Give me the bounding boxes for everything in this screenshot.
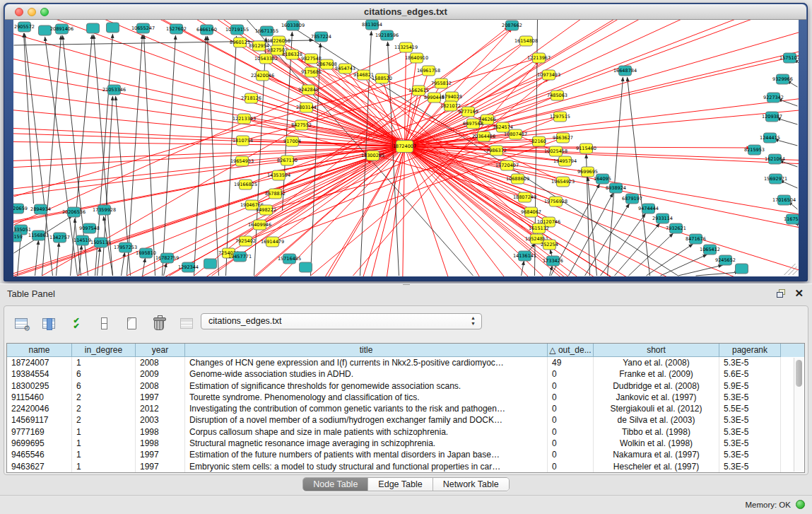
graph-node[interactable]: 10688609 bbox=[506, 174, 529, 184]
select-columns-button[interactable]: ✔✔ bbox=[66, 313, 86, 333]
graph-node[interactable]: 20891406 bbox=[50, 24, 73, 34]
graph-node[interactable]: 1695810 bbox=[136, 248, 156, 258]
graph-node[interactable]: 16648784 bbox=[613, 66, 637, 76]
memory-status-indicator[interactable] bbox=[796, 500, 805, 509]
column-header-pagerank[interactable]: pagerank bbox=[719, 344, 781, 357]
graph-node[interactable]: 1292344 bbox=[178, 262, 199, 272]
graph-node[interactable]: 2905572 bbox=[14, 22, 35, 32]
graph-node[interactable]: 2520659 bbox=[13, 204, 28, 214]
graph-node[interactable]: 9245652 bbox=[715, 255, 736, 265]
graph-node[interactable]: 17957253 bbox=[114, 243, 137, 252]
table-row[interactable]: 1830029562008Estimation of significance … bbox=[7, 380, 804, 392]
graph-node[interactable]: 16033809 bbox=[281, 21, 305, 30]
tab-network-table[interactable]: Network Table bbox=[433, 478, 509, 491]
show-column-button[interactable] bbox=[39, 313, 59, 333]
graph-node[interactable]: 19166825 bbox=[234, 180, 257, 189]
table-row[interactable]: 946554611997Estimation of the future num… bbox=[7, 449, 804, 460]
graph-node[interactable]: 19218596 bbox=[375, 30, 399, 40]
graph-node[interactable]: 16961758 bbox=[417, 66, 440, 76]
graph-node[interactable]: 8267130 bbox=[277, 156, 298, 165]
graph-node[interactable]: 1244415 bbox=[760, 133, 780, 143]
graph-node[interactable]: 21053346 bbox=[102, 85, 126, 95]
delete-button[interactable] bbox=[149, 313, 169, 333]
network-selector-dropdown[interactable]: citations_edges.txt ▲▼ bbox=[201, 313, 482, 329]
graph-node[interactable]: 16154808 bbox=[514, 36, 538, 46]
graph-node[interactable]: 2087662 bbox=[502, 21, 522, 30]
graph-node[interactable]: 1065412 bbox=[700, 245, 720, 255]
table-row[interactable]: 977716911998Corpus callosum shape and si… bbox=[7, 426, 804, 438]
column-header-name[interactable]: name bbox=[7, 344, 72, 357]
graph-node[interactable]: 11325419 bbox=[394, 42, 418, 52]
new-table-button[interactable] bbox=[122, 313, 141, 333]
graph-nodes[interactable]: 1830029589601238912954182260589827503818… bbox=[13, 20, 799, 274]
graph-node[interactable]: 10973493 bbox=[537, 70, 560, 80]
graph-node[interactable]: 16914479 bbox=[261, 237, 284, 247]
graph-node[interactable]: 9474444 bbox=[638, 204, 659, 214]
graph-node[interactable]: 15716485 bbox=[278, 254, 301, 264]
graph-node[interactable]: 19756928 bbox=[544, 197, 567, 206]
graph-node[interactable]: 116753 bbox=[784, 214, 799, 224]
graph-node[interactable]: 19495794 bbox=[553, 156, 577, 166]
graph-node[interactable]: 18640910 bbox=[405, 53, 428, 63]
graph-node[interactable]: 10719155 bbox=[225, 25, 249, 35]
graph-node[interactable]: 7857224 bbox=[311, 32, 331, 42]
graph-node[interactable]: 917004 bbox=[283, 136, 301, 146]
close-panel-icon[interactable]: ✕ bbox=[794, 287, 804, 300]
table-row[interactable]: 1872400712008Changes of HCN gene express… bbox=[7, 357, 804, 368]
graph-node[interactable] bbox=[300, 262, 312, 272]
graph-node[interactable]: 9699695 bbox=[577, 167, 598, 177]
graph-node[interactable]: 6466160 bbox=[196, 25, 217, 35]
divider-handle[interactable] bbox=[403, 282, 410, 286]
table-row[interactable]: 1938455462009Genome-wide association stu… bbox=[7, 368, 804, 380]
graph-node[interactable]: 9463627 bbox=[553, 133, 573, 143]
graph-node[interactable]: 7932621 bbox=[666, 223, 686, 233]
column-header-in_degree[interactable]: in_degree bbox=[72, 344, 136, 357]
graph-node[interactable]: 16782759 bbox=[155, 253, 179, 263]
graph-node[interactable]: 20206536 bbox=[62, 207, 86, 217]
graph-node[interactable] bbox=[736, 264, 748, 274]
graph-node[interactable]: 2718126 bbox=[241, 93, 261, 103]
table-row[interactable]: 946362711997Embryonic stem cells: a mode… bbox=[7, 461, 804, 472]
graph-node[interactable] bbox=[87, 23, 100, 33]
graph-node[interactable]: 8454743 bbox=[335, 64, 355, 74]
table-body[interactable]: 1872400712008Changes of HCN gene express… bbox=[7, 357, 804, 472]
graph-node[interactable] bbox=[204, 259, 217, 269]
table-scrollbar-thumb[interactable] bbox=[796, 360, 802, 387]
graph-node[interactable]: 18226058 bbox=[267, 36, 290, 46]
graph-node[interactable] bbox=[107, 23, 119, 33]
column-header-year[interactable]: year bbox=[136, 344, 185, 357]
graph-node[interactable]: 114519 bbox=[73, 235, 91, 245]
table-row[interactable]: 2242004622012Investigating the contribut… bbox=[7, 403, 804, 414]
graph-node[interactable]: 8678832 bbox=[265, 189, 286, 199]
graph-node[interactable]: 6879197 bbox=[622, 194, 642, 204]
graph-node[interactable]: 82160 bbox=[531, 136, 546, 146]
graph-node[interactable]: 9146821 bbox=[353, 70, 374, 80]
graph-node[interactable] bbox=[39, 25, 52, 35]
tab-node-table[interactable]: Node Table bbox=[303, 478, 367, 491]
graph-node[interactable]: 252254 bbox=[541, 240, 558, 250]
network-canvas[interactable]: 1830029589601238912954182260589827503818… bbox=[13, 20, 799, 276]
graph-node[interactable]: 6794028 bbox=[442, 92, 462, 102]
graph-node[interactable]: 16671355 bbox=[255, 26, 278, 36]
row-height-button[interactable] bbox=[94, 313, 114, 333]
graph-node[interactable]: 12213343 bbox=[233, 114, 256, 124]
window-titlebar[interactable]: citations_edges.txt bbox=[5, 4, 806, 20]
graph-node[interactable]: 2933114 bbox=[652, 214, 673, 223]
graph-node[interactable]: 9115460 bbox=[576, 144, 596, 153]
graph-node[interactable]: 14136141 bbox=[513, 251, 536, 261]
float-panel-icon[interactable] bbox=[777, 289, 787, 298]
graph-node[interactable]: 17016504 bbox=[772, 195, 796, 205]
table-row[interactable]: 911546021997Tourette syndrome. Phenomeno… bbox=[7, 392, 804, 403]
graph-node[interactable]: 164095 bbox=[594, 174, 611, 184]
graph-node[interactable]: 7485063 bbox=[547, 90, 567, 100]
graph-node[interactable]: 1297515 bbox=[550, 112, 570, 122]
graph-hub-node[interactable]: 18724007 bbox=[393, 141, 416, 153]
graph-node[interactable]: 7925402 bbox=[235, 236, 256, 246]
table-scrollbar[interactable] bbox=[794, 358, 804, 472]
resize-grip[interactable] bbox=[784, 264, 798, 275]
graph-node[interactable]: 1527602 bbox=[166, 24, 187, 34]
column-header-out_de[interactable]: △ out_de... bbox=[548, 344, 594, 357]
table-row[interactable]: 1456911722003Disruption of a novel membe… bbox=[7, 414, 804, 426]
table-row[interactable]: 969969511998Structural magnetic resonanc… bbox=[7, 438, 804, 449]
graph-node[interactable]: 8960123 bbox=[230, 37, 250, 47]
